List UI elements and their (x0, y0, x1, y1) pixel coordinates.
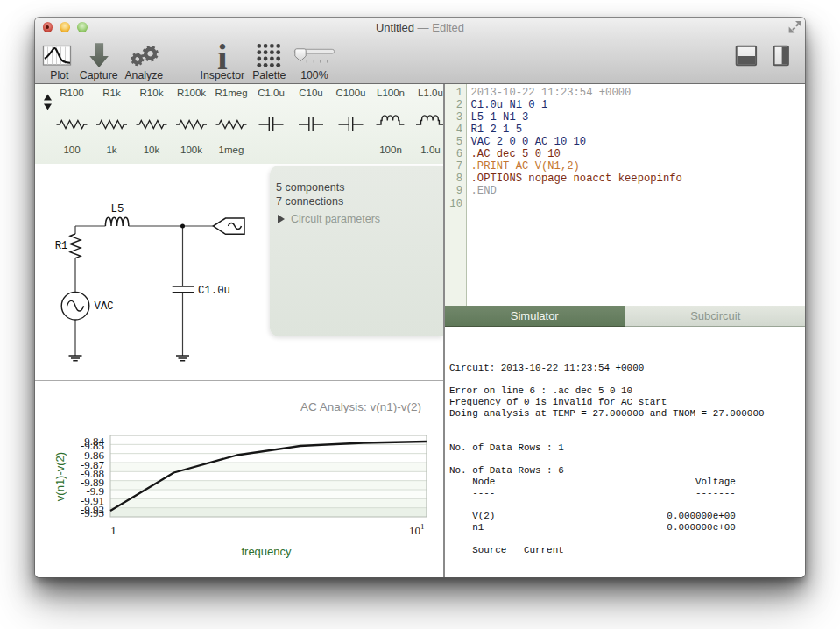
svg-text:AC Analysis: v(n1)-v(2): AC Analysis: v(n1)-v(2) (300, 400, 421, 413)
svg-text:R1k: R1k (102, 88, 121, 98)
svg-text:v(n1)-v(2): v(n1)-v(2) (53, 452, 67, 501)
svg-text:C10u: C10u (299, 88, 323, 98)
svg-text:C1.0u: C1.0u (258, 88, 285, 98)
svg-text:100n: 100n (379, 145, 402, 155)
svg-text:101: 101 (409, 522, 425, 537)
svg-text:1: 1 (110, 524, 116, 537)
svg-text:R100: R100 (60, 88, 84, 98)
svg-text:L100n: L100n (377, 88, 405, 98)
svg-text:-9.93: -9.93 (81, 506, 104, 519)
svg-text:1.0u: 1.0u (420, 145, 440, 155)
svg-text:R10k: R10k (140, 88, 164, 98)
svg-text:10k: 10k (144, 145, 160, 155)
svg-text:1k: 1k (106, 145, 116, 155)
svg-text:R100k: R100k (177, 88, 206, 98)
svg-text:R1: R1 (55, 240, 68, 252)
svg-text:VAC: VAC (95, 300, 114, 313)
svg-text:100k: 100k (180, 145, 202, 155)
svg-text:frequency: frequency (241, 545, 292, 558)
svg-text:L5: L5 (111, 203, 124, 216)
svg-text:L1.0u: L1.0u (418, 88, 443, 98)
svg-text:1meg: 1meg (219, 145, 244, 155)
svg-text:C1.0u: C1.0u (198, 285, 230, 297)
svg-text:100: 100 (63, 145, 80, 155)
svg-text:R1meg: R1meg (215, 88, 247, 98)
svg-text:C100u: C100u (336, 88, 366, 98)
